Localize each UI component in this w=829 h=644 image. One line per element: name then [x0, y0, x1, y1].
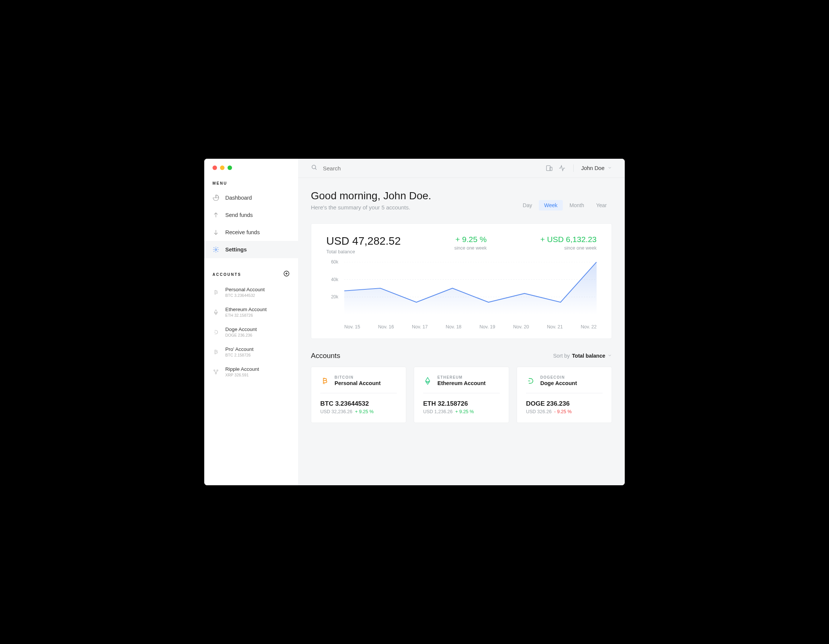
- user-name: John Doe: [581, 165, 604, 171]
- ripple-icon: [213, 368, 219, 375]
- account-name: Ethereum Account: [225, 307, 266, 312]
- svg-point-2: [214, 370, 215, 371]
- menu-section-label: MENU: [204, 176, 298, 189]
- account-card-balance: DOGE 236.236: [526, 400, 603, 408]
- chart-x-tick: Nov. 17: [412, 324, 428, 329]
- sidebar-item-dashboard[interactable]: Dashboard: [204, 189, 298, 206]
- range-tab-month[interactable]: Month: [564, 200, 589, 211]
- sidebar: MENU Dashboard Send funds Receive funds …: [204, 159, 298, 485]
- sidebar-account-personal[interactable]: Personal Account BTC 3.23644532: [204, 282, 298, 302]
- account-name: Personal Account: [225, 287, 265, 292]
- account-card[interactable]: DOGECOINDoge AccountDOGE 236.236USD 326.…: [517, 367, 612, 423]
- account-sub: BTC 3.23644532: [225, 293, 265, 298]
- balance-chart: 60k40k20k: [326, 262, 597, 329]
- coin-label: BITCOIN: [334, 375, 381, 379]
- add-account-button[interactable]: [283, 270, 290, 279]
- accounts-section-label: ACCOUNTS: [213, 272, 241, 277]
- sidebar-account-ripple[interactable]: Ripple Account XRP 326.591: [204, 362, 298, 382]
- user-menu[interactable]: John Doe: [581, 165, 612, 171]
- pie-chart-icon: [213, 194, 219, 201]
- balance-delta-sub: since one week: [540, 246, 597, 251]
- sidebar-item-label: Send funds: [225, 212, 253, 218]
- account-card-balance: ETH 32.158726: [423, 400, 500, 408]
- account-name: Pro' Account: [225, 346, 254, 352]
- account-name: Ripple Account: [225, 366, 259, 372]
- greeting-title: Good morning, John Doe.: [311, 190, 432, 202]
- gear-icon: [213, 246, 219, 253]
- balance-pct-sub: since one week: [454, 246, 487, 251]
- chart-x-tick: Nov. 20: [513, 324, 529, 329]
- svg-point-3: [217, 370, 218, 371]
- account-card-balance: BTC 3.23644532: [320, 400, 397, 408]
- account-name: Doge Account: [225, 326, 257, 332]
- chart-x-tick: Nov. 16: [378, 324, 394, 329]
- balance-pct-change: + 9.25 %: [454, 235, 487, 244]
- chart-x-tick: Nov. 18: [446, 324, 462, 329]
- account-sub: ETH 32.158726: [225, 313, 266, 318]
- accounts-section-title: Accounts: [311, 352, 340, 360]
- activity-icon[interactable]: [558, 164, 566, 172]
- range-tab-day[interactable]: Day: [517, 200, 537, 211]
- dogecoin-icon: [213, 329, 219, 335]
- bitcoin-icon: [213, 349, 219, 356]
- range-tab-year[interactable]: Year: [591, 200, 612, 211]
- arrow-down-icon: [213, 229, 219, 236]
- sidebar-item-receive-funds[interactable]: Receive funds: [204, 224, 298, 241]
- account-card-name: Ethereum Account: [437, 380, 485, 386]
- account-card[interactable]: ETHEREUMEthereum AccountETH 32.158726USD…: [414, 367, 509, 423]
- balance-delta: + USD 6,132.23: [540, 235, 597, 244]
- topbar: John Doe: [298, 159, 625, 178]
- close-window-icon[interactable]: [213, 165, 217, 170]
- account-sub: BTC 2.158726: [225, 353, 254, 357]
- search-icon: [311, 164, 318, 172]
- range-tab-week[interactable]: Week: [539, 200, 563, 211]
- window-controls: [204, 165, 298, 176]
- account-card-name: Personal Account: [334, 380, 381, 386]
- account-card[interactable]: BITCOINPersonal AccountBTC 3.23644532USD…: [311, 367, 406, 423]
- chart-x-tick: Nov. 22: [581, 324, 597, 329]
- svg-point-5: [312, 165, 316, 169]
- chart-y-tick: 20k: [331, 294, 338, 299]
- chart-x-tick: Nov. 21: [547, 324, 563, 329]
- sort-by-value: Total balance: [572, 353, 605, 359]
- sidebar-item-settings[interactable]: Settings: [204, 241, 298, 258]
- chart-y-tick: 60k: [331, 259, 338, 265]
- svg-point-0: [215, 249, 217, 251]
- minimize-window-icon[interactable]: [220, 165, 225, 170]
- balance-card: USD 47,282.52 Total balance + 9.25 % sin…: [311, 223, 612, 339]
- time-range-tabs: Day Week Month Year: [517, 200, 612, 211]
- ethereum-icon: [213, 309, 219, 316]
- chevron-down-icon: [607, 353, 612, 359]
- chart-y-tick: 40k: [331, 277, 338, 282]
- search-input[interactable]: [323, 165, 540, 172]
- total-balance-label: Total balance: [326, 249, 400, 254]
- divider: [573, 164, 574, 172]
- account-sub: DOGE 236.236: [225, 333, 257, 337]
- arrow-up-icon: [213, 212, 219, 219]
- account-card-sub: USD 326.26 - 9.25 %: [526, 409, 603, 414]
- sort-by-label: Sort by: [553, 353, 570, 359]
- chart-x-tick: Nov. 15: [344, 324, 360, 329]
- account-card-sub: USD 1,236.26 + 9.25 %: [423, 409, 500, 414]
- greeting-subtitle: Here's the summary of your 5 accounts.: [311, 204, 432, 211]
- account-card-sub: USD 32,236.26 + 9.25 %: [320, 409, 397, 414]
- coin-icon: [320, 376, 329, 386]
- account-sub: XRP 326.591: [225, 373, 259, 377]
- account-card-name: Doge Account: [540, 380, 577, 386]
- chevron-down-icon: [607, 165, 612, 171]
- sidebar-item-label: Dashboard: [225, 195, 252, 201]
- total-balance-amount: USD 47,282.52: [326, 235, 400, 247]
- sidebar-account-pro[interactable]: Pro' Account BTC 2.158726: [204, 342, 298, 362]
- maximize-window-icon[interactable]: [227, 165, 232, 170]
- coin-icon: [423, 376, 432, 386]
- devices-icon[interactable]: [545, 164, 553, 172]
- main-content: John Doe Good morning, John Doe. Here's …: [298, 159, 625, 485]
- coin-label: DOGECOIN: [540, 375, 577, 379]
- sidebar-account-doge[interactable]: Doge Account DOGE 236.236: [204, 322, 298, 342]
- sidebar-item-label: Receive funds: [225, 229, 260, 235]
- sidebar-item-send-funds[interactable]: Send funds: [204, 206, 298, 224]
- coin-label: ETHEREUM: [437, 375, 485, 379]
- sidebar-item-label: Settings: [225, 247, 247, 253]
- sidebar-account-ethereum[interactable]: Ethereum Account ETH 32.158726: [204, 302, 298, 322]
- sort-by-dropdown[interactable]: Sort by Total balance: [553, 353, 612, 359]
